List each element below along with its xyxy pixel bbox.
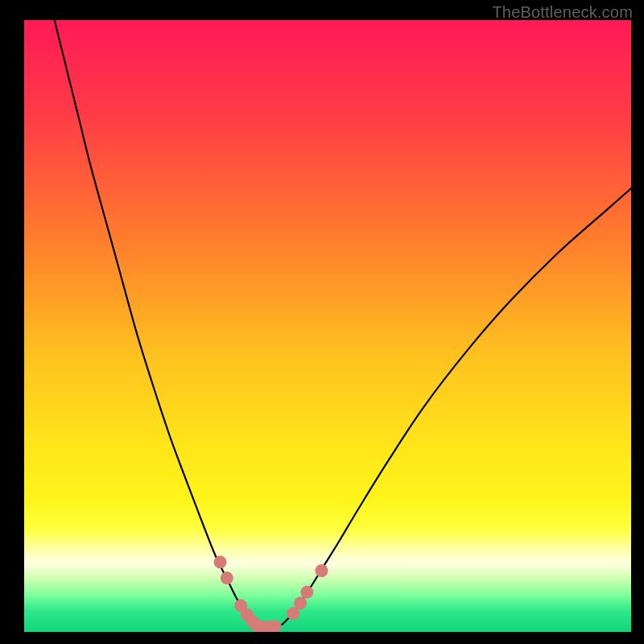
data-dot	[294, 597, 307, 609]
curves-layer	[24, 20, 631, 632]
data-dot	[287, 607, 299, 620]
data-dot	[300, 586, 313, 599]
curve-right	[282, 188, 631, 625]
bottom-dots	[214, 555, 328, 632]
chart-frame: TheBottleneck.com	[0, 0, 644, 644]
data-dot	[315, 564, 328, 577]
curve-left	[55, 20, 255, 625]
data-dot	[221, 572, 233, 584]
data-dot	[214, 555, 227, 568]
plot-area	[24, 20, 631, 632]
watermark-text: TheBottleneck.com	[492, 3, 633, 22]
